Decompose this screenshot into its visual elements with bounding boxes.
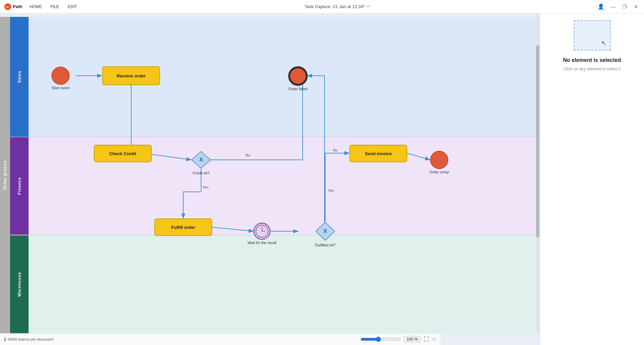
lane-warehouse: Warehouse	[10, 235, 540, 333]
no-selection-preview: ↖	[574, 20, 611, 50]
main-layout: Order proces Sales Finance	[0, 13, 644, 345]
edit-title-icon[interactable]: ✏	[367, 4, 370, 9]
minimize-button[interactable]: —	[609, 3, 617, 11]
no-element-subtitle: Click on any element to select it	[564, 67, 620, 71]
titlebar-right: 👤 — ❐ ✕	[596, 2, 640, 11]
lane-finance: Finance	[10, 137, 540, 235]
titlebar: UI Path HOME FILE EDIT Task Capture -21 …	[0, 0, 644, 13]
scrollbar-thumb[interactable]	[536, 45, 539, 237]
menu-file[interactable]: FILE	[49, 4, 60, 10]
titlebar-title: Task Capture -21 Jan at 12:34* ✏	[305, 4, 370, 9]
actions-info: ℹ 0/500 actions per document	[4, 337, 53, 342]
maximize-button[interactable]: ❐	[620, 3, 629, 11]
right-panel: ↖ No element is selected Click on any el…	[540, 13, 644, 345]
pointer-icon[interactable]: ☞	[432, 336, 437, 343]
lane-warehouse-label: Warehouse	[10, 235, 29, 333]
bottom-bar: ℹ 0/500 actions per document 100 % ⛶ ☞	[0, 333, 441, 345]
swimlane-outer-label: Order proces	[0, 17, 10, 333]
info-icon: ℹ	[4, 337, 6, 342]
title-text: Task Capture -21 Jan at 12:34*	[305, 4, 365, 9]
cursor-icon: ↖	[601, 39, 607, 47]
zoom-percent: 100 %	[404, 336, 421, 343]
svg-text:UI: UI	[6, 5, 9, 9]
titlebar-left: UI Path HOME FILE EDIT	[4, 3, 78, 10]
diagram-container: Order proces Sales Finance	[0, 17, 540, 333]
actions-label: 0/500 actions per document	[8, 337, 53, 341]
close-button[interactable]: ✕	[632, 3, 640, 11]
expand-icon[interactable]: ⛶	[424, 336, 429, 342]
lane-sales-label: Sales	[10, 17, 29, 137]
zoom-controls: 100 % ⛶ ☞	[361, 336, 437, 343]
canvas-area[interactable]: Order proces Sales Finance	[0, 13, 540, 345]
lane-sales: Sales	[10, 17, 540, 137]
lanes-wrapper: Sales Finance Warehouse	[10, 17, 540, 333]
zoom-slider[interactable]	[361, 337, 401, 342]
menu-home[interactable]: HOME	[28, 4, 43, 10]
lane-finance-label: Finance	[10, 137, 29, 235]
no-element-title: No element is selected	[563, 57, 621, 63]
user-icon[interactable]: 👤	[596, 2, 606, 11]
menu-edit[interactable]: EDIT	[67, 4, 78, 10]
uipath-logo: UI Path	[4, 3, 22, 10]
vertical-scrollbar[interactable]	[536, 13, 540, 333]
logo-text: Path	[13, 4, 22, 9]
